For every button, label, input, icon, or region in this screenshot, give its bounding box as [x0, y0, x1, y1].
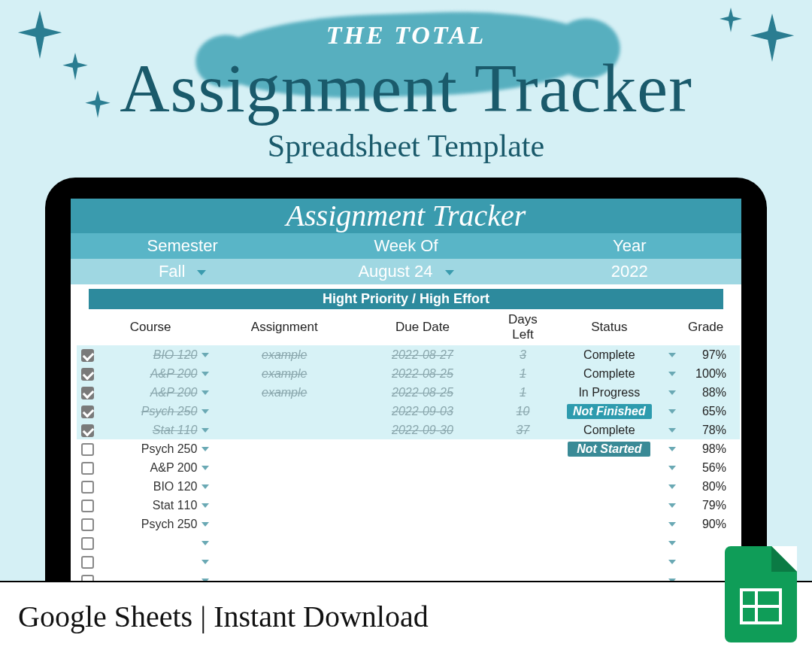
cell-assignment[interactable]: example [215, 364, 353, 383]
cell-course[interactable] [99, 552, 198, 571]
row-checkbox[interactable] [81, 537, 94, 550]
cell-status[interactable]: Complete [554, 345, 664, 364]
row-checkbox[interactable] [81, 500, 94, 512]
row-checkbox[interactable] [81, 349, 94, 362]
cell-assignment[interactable]: example [215, 345, 353, 364]
status-dropdown[interactable] [664, 439, 680, 458]
cell-course[interactable]: A&P 200 [99, 458, 198, 477]
row-checkbox[interactable] [81, 424, 94, 437]
row-checkbox[interactable] [81, 518, 94, 531]
hero-eyebrow: THE TOTAL [0, 21, 812, 50]
course-dropdown[interactable] [197, 364, 215, 383]
row-checkbox[interactable] [81, 387, 94, 399]
cell-due-date[interactable] [353, 552, 491, 571]
cell-assignment[interactable] [215, 477, 353, 496]
cell-due-date[interactable] [353, 477, 491, 496]
semester-dropdown[interactable]: Fall [71, 259, 294, 284]
cell-due-date[interactable] [353, 458, 491, 477]
cell-grade[interactable]: 79% [680, 496, 740, 515]
cell-grade[interactable]: 90% [680, 515, 740, 533]
cell-course[interactable] [99, 533, 198, 552]
cell-grade[interactable]: 65% [680, 402, 740, 421]
status-dropdown[interactable] [664, 345, 680, 364]
course-dropdown[interactable] [197, 439, 215, 458]
cell-days-left: 37 [492, 421, 555, 439]
row-checkbox[interactable] [81, 443, 94, 456]
cell-assignment[interactable] [215, 402, 353, 421]
course-dropdown[interactable] [197, 496, 215, 515]
row-checkbox[interactable] [81, 556, 94, 569]
cell-assignment[interactable] [215, 458, 353, 477]
status-dropdown[interactable] [664, 552, 680, 571]
course-dropdown[interactable] [197, 383, 215, 402]
course-dropdown[interactable] [197, 477, 215, 496]
course-dropdown[interactable] [197, 345, 215, 364]
cell-due-date[interactable]: 2022-08-25 [353, 364, 491, 383]
cell-course[interactable]: A&P 200 [99, 364, 198, 383]
cell-due-date[interactable]: 2022-08-27 [353, 345, 491, 364]
cell-assignment[interactable] [215, 421, 353, 439]
cell-assignment[interactable] [215, 533, 353, 552]
cell-status[interactable] [554, 496, 664, 515]
status-dropdown[interactable] [664, 383, 680, 402]
course-dropdown[interactable] [197, 515, 215, 533]
course-dropdown[interactable] [197, 533, 215, 552]
cell-status[interactable]: Not Started [554, 439, 664, 458]
cell-status[interactable] [554, 515, 664, 533]
cell-grade[interactable]: 98% [680, 439, 740, 458]
course-dropdown[interactable] [197, 421, 215, 439]
status-dropdown[interactable] [664, 421, 680, 439]
status-dropdown[interactable] [664, 477, 680, 496]
status-dropdown[interactable] [664, 533, 680, 552]
status-dropdown[interactable] [664, 458, 680, 477]
cell-course[interactable]: Psych 250 [99, 515, 198, 533]
row-checkbox[interactable] [81, 462, 94, 475]
cell-due-date[interactable] [353, 496, 491, 515]
cell-status[interactable]: In Progress [554, 383, 664, 402]
cell-assignment[interactable] [215, 439, 353, 458]
cell-status[interactable] [554, 458, 664, 477]
cell-course[interactable]: BIO 120 [99, 477, 198, 496]
cell-assignment[interactable] [215, 552, 353, 571]
row-checkbox[interactable] [81, 405, 94, 418]
cell-grade[interactable]: 80% [680, 477, 740, 496]
cell-course[interactable]: Psych 250 [99, 439, 198, 458]
cell-grade[interactable]: 88% [680, 383, 740, 402]
cell-due-date[interactable]: 2022-09-30 [353, 421, 491, 439]
cell-grade[interactable]: 97% [680, 345, 740, 364]
cell-grade[interactable]: 100% [680, 364, 740, 383]
cell-grade[interactable]: 56% [680, 458, 740, 477]
status-dropdown[interactable] [664, 496, 680, 515]
cell-status[interactable] [554, 477, 664, 496]
cell-course[interactable]: Stat 110 [99, 496, 198, 515]
cell-status[interactable]: Complete [554, 364, 664, 383]
cell-due-date[interactable] [353, 515, 491, 533]
cell-due-date[interactable]: 2022-09-03 [353, 402, 491, 421]
cell-status[interactable]: Complete [554, 421, 664, 439]
cell-due-date[interactable]: 2022-08-25 [353, 383, 491, 402]
cell-assignment[interactable] [215, 496, 353, 515]
cell-assignment[interactable]: example [215, 383, 353, 402]
course-dropdown[interactable] [197, 458, 215, 477]
cell-status[interactable]: Not Finished [554, 402, 664, 421]
year-input[interactable]: 2022 [518, 259, 741, 284]
row-checkbox[interactable] [81, 368, 94, 381]
course-dropdown[interactable] [197, 402, 215, 421]
cell-status[interactable] [554, 533, 664, 552]
cell-grade[interactable]: 78% [680, 421, 740, 439]
status-dropdown[interactable] [664, 402, 680, 421]
cell-status[interactable] [554, 552, 664, 571]
table-row [77, 533, 740, 552]
status-dropdown[interactable] [664, 515, 680, 533]
cell-course[interactable]: BIO 120 [99, 345, 198, 364]
cell-assignment[interactable] [215, 515, 353, 533]
status-dropdown[interactable] [664, 364, 680, 383]
cell-due-date[interactable] [353, 533, 491, 552]
cell-course[interactable]: Psych 250 [99, 402, 198, 421]
cell-due-date[interactable] [353, 439, 491, 458]
cell-course[interactable]: Stat 110 [99, 421, 198, 439]
row-checkbox[interactable] [81, 481, 94, 494]
course-dropdown[interactable] [197, 552, 215, 571]
week-dropdown[interactable]: August 24 [294, 259, 517, 284]
cell-course[interactable]: A&P 200 [99, 383, 198, 402]
